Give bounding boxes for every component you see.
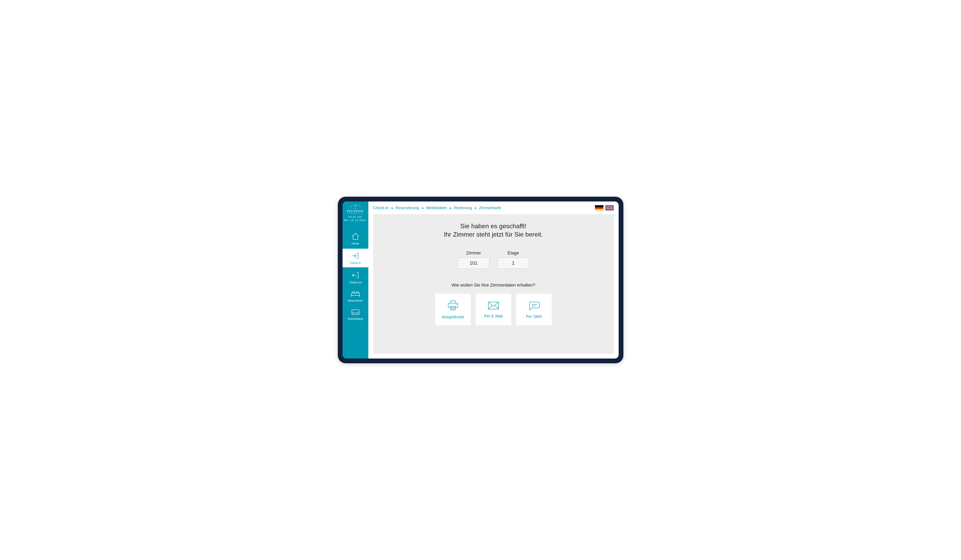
brand-name: RESIDENCE — [344, 210, 367, 212]
svg-rect-16 — [448, 303, 458, 308]
svg-rect-5 — [352, 310, 359, 314]
home-icon — [351, 233, 360, 240]
printer-icon — [447, 300, 460, 311]
sidebar-items: Home Check-in Check-out — [342, 229, 368, 323]
sidebar-item-checkout[interactable]: Check-out — [342, 268, 368, 287]
sidebar-item-label: Check-out — [349, 281, 362, 284]
delivery-options: Ausgedruckt Per E-Mail — [381, 294, 606, 326]
main-area: Check-in » Reservierung » Meldedaten » R… — [368, 202, 619, 358]
flag-uk-icon[interactable] — [605, 205, 614, 210]
breadcrumb-item[interactable]: Check-in — [373, 205, 389, 210]
breadcrumb-item[interactable]: Zimmerkarte — [479, 205, 501, 210]
chevron-right-icon: » — [449, 205, 452, 210]
chevron-right-icon: » — [391, 205, 393, 210]
brand-crest-icon: R — [344, 204, 367, 210]
option-print[interactable]: Ausgedruckt — [435, 294, 471, 326]
bed-icon — [351, 291, 360, 297]
mail-icon — [487, 301, 500, 310]
sidebar-item-home[interactable]: Home — [342, 229, 368, 248]
topbar: Check-in » Reservierung » Meldedaten » R… — [368, 202, 619, 214]
sidebar-item-label: Zimmerkarte — [347, 317, 363, 321]
option-sms[interactable]: Per SMS — [516, 294, 552, 326]
login-icon — [351, 252, 360, 260]
svg-text:R: R — [355, 205, 356, 207]
screen: R RESIDENCE MODERN DESIGN HOTEL 19:32 Uh… — [342, 202, 619, 358]
breadcrumb: Check-in » Reservierung » Meldedaten » R… — [373, 205, 501, 210]
chat-icon — [528, 300, 540, 311]
svg-point-20 — [456, 304, 456, 305]
svg-rect-4 — [356, 292, 358, 293]
option-email[interactable]: Per E-Mail — [476, 294, 511, 326]
svg-rect-7 — [595, 205, 603, 207]
svg-rect-8 — [595, 207, 603, 209]
floor-column: Etage 1 — [497, 250, 529, 269]
room-info-row: Zimmer 101 Etage 1 — [381, 250, 606, 269]
headline-line2: Ihr Zimmer steht jetzt für Sie bereit. — [381, 230, 606, 239]
sidebar-item-reserve[interactable]: Reservieren — [342, 287, 368, 305]
svg-rect-9 — [595, 209, 603, 210]
svg-rect-15 — [451, 301, 455, 303]
option-label: Ausgedruckt — [442, 315, 464, 319]
flag-de-icon[interactable] — [595, 205, 604, 210]
room-label: Zimmer — [466, 250, 481, 256]
language-switcher — [595, 205, 614, 210]
breadcrumb-item[interactable]: Rechnung — [454, 205, 472, 210]
sidebar-item-label: Home — [352, 242, 359, 245]
svg-rect-3 — [352, 292, 355, 293]
brand-logo: R RESIDENCE MODERN DESIGN HOTEL 19:32 Uh… — [342, 202, 368, 225]
brand-subtitle: MODERN DESIGN HOTEL — [344, 213, 367, 214]
headline: Sie haben es geschafft! Ihr Zimmer steht… — [381, 222, 606, 239]
svg-rect-17 — [451, 306, 455, 310]
room-column: Zimmer 101 — [458, 250, 490, 269]
chevron-right-icon: » — [474, 205, 476, 210]
clock: 19:32 Uhr Mo, 16.12.2020 — [344, 215, 367, 222]
delivery-question: Wie wollen Sie Ihre Zimmerdaten erhalten… — [381, 282, 606, 288]
device-frame: R RESIDENCE MODERN DESIGN HOTEL 19:32 Uh… — [338, 197, 624, 363]
sidebar: R RESIDENCE MODERN DESIGN HOTEL 19:32 Uh… — [342, 202, 368, 358]
option-label: Per SMS — [526, 314, 542, 319]
logout-icon — [351, 271, 360, 279]
breadcrumb-item[interactable]: Meldedaten — [426, 205, 447, 210]
sidebar-item-keycard[interactable]: Zimmerkarte — [342, 306, 368, 323]
room-value: 101 — [458, 258, 490, 269]
sidebar-item-label: Check-in — [350, 262, 361, 265]
breadcrumb-item[interactable]: Reservierung — [396, 205, 419, 210]
content-panel: Sie haben es geschafft! Ihr Zimmer steht… — [373, 214, 614, 354]
chevron-right-icon: » — [422, 205, 424, 210]
keycard-icon — [351, 309, 360, 316]
option-label: Per E-Mail — [484, 314, 503, 318]
clock-date: Mo, 16.12.2020 — [344, 219, 367, 222]
clock-time: 19:32 Uhr — [344, 215, 367, 219]
headline-line1: Sie haben es geschafft! — [381, 222, 606, 230]
floor-label: Etage — [508, 250, 519, 256]
floor-value: 1 — [497, 258, 529, 269]
svg-rect-14 — [605, 207, 614, 208]
svg-rect-2 — [352, 293, 359, 295]
sidebar-item-label: Reservieren — [348, 299, 363, 302]
sidebar-item-checkin[interactable]: Check-in — [342, 249, 368, 267]
